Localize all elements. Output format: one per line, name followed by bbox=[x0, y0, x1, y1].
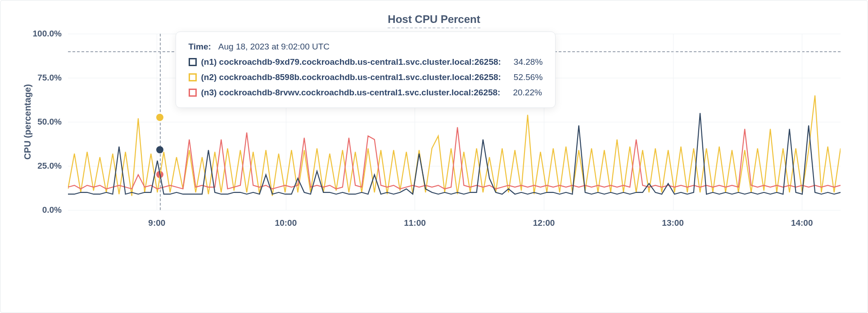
y-tick: 100.0% bbox=[33, 29, 62, 39]
x-tick: 10:00 bbox=[275, 218, 297, 228]
hover-tooltip: Time: Aug 18, 2023 at 9:02:00 UTC (n1) c… bbox=[176, 31, 556, 108]
chart-title: Host CPU Percent bbox=[388, 13, 480, 28]
tooltip-time-label: Time: bbox=[189, 42, 211, 52]
tooltip-series-value: 52.56% bbox=[514, 72, 542, 82]
chart-panel: Host CPU Percent CPU (percentage) 100.0%… bbox=[0, 0, 868, 313]
legend-swatch-icon bbox=[189, 73, 197, 81]
grid-line bbox=[68, 210, 841, 210]
tooltip-series-value: 20.22% bbox=[513, 88, 542, 98]
chart-title-wrap: Host CPU Percent bbox=[18, 13, 850, 28]
y-tick: 50.0% bbox=[37, 117, 62, 127]
y-tick: 25.0% bbox=[37, 161, 62, 171]
tooltip-series-value: 34.28% bbox=[514, 57, 542, 67]
y-tick: 75.0% bbox=[37, 73, 62, 83]
x-tick: 11:00 bbox=[404, 218, 426, 228]
series-line bbox=[68, 127, 841, 189]
tooltip-series-label: (n3) cockroachdb-8rvwv.cockroachdb.us-ce… bbox=[201, 88, 501, 98]
x-tick: 12:00 bbox=[533, 218, 555, 228]
tooltip-series-label: (n2) cockroachdb-8598b.cockroachdb.us-ce… bbox=[201, 72, 501, 82]
y-axis-label: CPU (percentage) bbox=[23, 84, 33, 160]
x-tick: 14:00 bbox=[791, 218, 813, 228]
legend-swatch-icon bbox=[189, 58, 197, 66]
x-tick: 9:00 bbox=[148, 218, 165, 228]
y-tick: 0.0% bbox=[42, 205, 62, 215]
plot-area[interactable]: CPU (percentage) 100.0% 75.0% 50.0% 25.0… bbox=[68, 34, 841, 210]
tooltip-series-label: (n1) cockroachdb-9xd79.cockroachdb.us-ce… bbox=[201, 57, 501, 67]
x-tick: 13:00 bbox=[662, 218, 684, 228]
tooltip-time-value: Aug 18, 2023 at 9:02:00 UTC bbox=[218, 42, 330, 52]
legend-swatch-icon bbox=[189, 89, 197, 97]
